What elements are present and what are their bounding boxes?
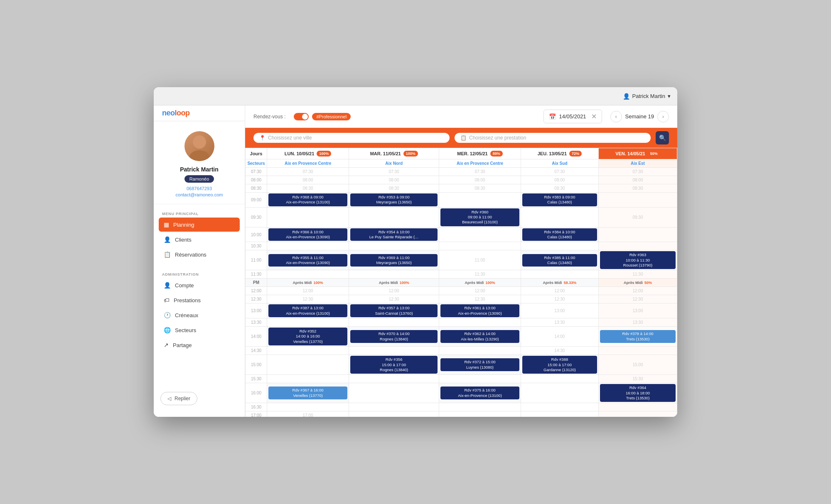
replier-button[interactable]: ◁ Replier	[160, 392, 197, 405]
appt-cell[interactable]	[439, 347, 521, 355]
sidebar-item-clients[interactable]: 👤 Clients	[159, 232, 240, 247]
appt-cell[interactable]	[267, 347, 349, 355]
appt-cell[interactable]: 08:00	[267, 176, 349, 184]
appt-cell[interactable]: Rdv #385 à 11:00 Calas (13480)	[521, 250, 598, 270]
appt-cell[interactable]	[521, 242, 598, 250]
appt-cell[interactable]: 11:00	[439, 250, 521, 270]
appointment[interactable]: Rdv #383 à 09:00 Calas (13480)	[522, 193, 597, 206]
appt-cell[interactable]: 09:30	[598, 207, 677, 227]
appt-cell[interactable]: Rdv #360 09:00 à 11:00 Beaurecueil (1310…	[439, 207, 521, 227]
appt-cell[interactable]: 13:30	[521, 318, 598, 327]
appt-cell[interactable]: 07:30	[439, 168, 521, 176]
appt-cell[interactable]: 12:30	[349, 295, 439, 303]
appt-cell[interactable]: 15:00	[598, 355, 677, 375]
appointment[interactable]: Rdv #367 à 16:00 Venelles (13770)	[268, 387, 347, 399]
appt-cell[interactable]: Rdv #378 à 14:00 Trets (13530)	[598, 327, 677, 347]
appointment[interactable]: Rdv #353 à 09:00 Meyrargues (13650)	[350, 193, 438, 206]
appt-cell[interactable]: 08:00	[521, 176, 598, 184]
appt-cell[interactable]	[267, 242, 349, 250]
appt-cell[interactable]	[349, 347, 439, 355]
appt-cell[interactable]: 08:30	[349, 184, 439, 193]
appt-cell[interactable]: Rdv #375 à 16:00 Aix-en-Provence (13100)	[439, 383, 521, 403]
appt-cell[interactable]	[521, 383, 598, 403]
appt-cell[interactable]	[349, 207, 439, 227]
appt-cell[interactable]	[521, 403, 598, 411]
appointment[interactable]: Rdv #369 à 11:00 Meyrargues (13650)	[350, 254, 438, 267]
appt-cell[interactable]: 13:00	[598, 303, 677, 318]
appt-cell[interactable]	[439, 193, 521, 208]
appointment[interactable]: Rdv #352 14:00 à 16:00 Venelles (13770)	[268, 328, 347, 345]
appt-cell[interactable]: 17:00	[267, 411, 349, 417]
appt-cell[interactable]: 11:30	[439, 270, 521, 279]
appt-cell[interactable]: 13:00	[521, 303, 598, 318]
rdv-toggle[interactable]	[294, 113, 309, 120]
appt-cell[interactable]	[349, 375, 439, 383]
appt-cell[interactable]: 07:30	[521, 168, 598, 176]
appt-cell[interactable]: Rdv #366 à 10:00 Aix-en-Provence (13090)	[267, 227, 349, 242]
service-filter[interactable]: 📋 Choisissez une prestation	[455, 133, 651, 143]
appt-cell[interactable]	[349, 383, 439, 403]
appointment[interactable]: Rdv #362 à 14:00 Aix-les-Milles (13290)	[440, 330, 519, 343]
appt-cell[interactable]	[349, 242, 439, 250]
appt-cell[interactable]	[267, 403, 349, 411]
appt-cell[interactable]: 08:30	[267, 184, 349, 193]
clear-date-button[interactable]: ✕	[591, 113, 597, 120]
sidebar-item-partage[interactable]: ↗ Partage	[159, 338, 240, 352]
appt-cell[interactable]: 12:30	[521, 295, 598, 303]
appt-cell[interactable]: 12:00	[521, 287, 598, 295]
sidebar-item-secteurs[interactable]: 🌐 Secteurs	[159, 323, 240, 337]
sidebar-item-prestations[interactable]: 🏷 Prestations	[159, 293, 240, 307]
appt-cell[interactable]: Rdv #364 16:00 à 18:00 Trets (13530)	[598, 383, 677, 403]
appt-cell[interactable]: Rdv #372 à 15:00 Luynes (13080)	[439, 355, 521, 375]
appointment[interactable]: Rdv #378 à 14:00 Trets (13530)	[600, 330, 676, 343]
appt-cell[interactable]: 12:00	[598, 287, 677, 295]
appointment[interactable]: Rdv #363 10:00 à 11:30 Rousset (13790)	[600, 251, 676, 269]
appointment[interactable]: Rdv #355 à 11:00 Aix-en-Provence (13090)	[268, 254, 347, 267]
appointment[interactable]: Rdv #368 à 09:00 Aix-en-Provence (13100)	[268, 193, 347, 206]
calendar-area[interactable]: Jours LUN. 10/05/21 100% MAR. 11/05/21	[245, 148, 677, 417]
appt-cell[interactable]	[439, 411, 521, 417]
appt-cell[interactable]	[598, 242, 677, 250]
appt-cell[interactable]: Rdv #361 à 13:00 Aix-en-Provence (13090)	[439, 303, 521, 318]
appt-cell[interactable]: Rdv #354 à 10:00 Le Puy Sainte Réparade …	[349, 227, 439, 242]
appt-cell[interactable]: 15:30	[598, 375, 677, 383]
appt-cell[interactable]	[349, 411, 439, 417]
appt-cell[interactable]	[267, 375, 349, 383]
appt-cell[interactable]: Rdv #370 à 14:00 Rognes (13840)	[349, 327, 439, 347]
date-picker[interactable]: 📅 14/05/2021 ✕	[543, 110, 602, 123]
appt-cell[interactable]: Rdv #352 14:00 à 16:00 Venelles (13770)	[267, 327, 349, 347]
appt-cell[interactable]: 12:30	[598, 295, 677, 303]
appt-cell[interactable]: 08:30	[521, 184, 598, 193]
appointment[interactable]: Rdv #354 à 10:00 Le Puy Sainte Réparade …	[350, 228, 438, 241]
prev-week-button[interactable]: ‹	[610, 111, 622, 122]
appt-cell[interactable]: 08:00	[439, 176, 521, 184]
next-week-button[interactable]: ›	[657, 111, 669, 122]
appt-cell[interactable]: 08:00	[598, 176, 677, 184]
appt-cell[interactable]: 12:30	[267, 295, 349, 303]
appt-cell[interactable]: Rdv #383 à 09:00 Calas (13480)	[521, 193, 598, 208]
city-filter[interactable]: 📍 Choisissez une ville	[253, 133, 450, 143]
appt-cell[interactable]	[598, 403, 677, 411]
appt-cell[interactable]	[598, 193, 677, 208]
appt-cell[interactable]	[267, 207, 349, 227]
appt-cell[interactable]: Rdv #363 10:00 à 11:30 Rousset (13790)	[598, 250, 677, 270]
appt-cell[interactable]: Rdv #356 15:00 à 17:00 Rognes (13840)	[349, 355, 439, 375]
appointment[interactable]: Rdv #360 09:00 à 11:00 Beaurecueil (1310…	[440, 208, 519, 226]
appointment[interactable]: Rdv #375 à 16:00 Aix-en-Provence (13100)	[440, 387, 519, 399]
appt-cell[interactable]: 08:30	[598, 184, 677, 193]
appt-cell[interactable]	[439, 403, 521, 411]
appt-cell[interactable]: Rdv #369 à 11:00 Meyrargues (13650)	[349, 250, 439, 270]
appt-cell[interactable]	[521, 375, 598, 383]
appt-cell[interactable]: 12:30	[439, 295, 521, 303]
appt-cell[interactable]: 11:30	[598, 270, 677, 279]
appt-cell[interactable]	[267, 355, 349, 375]
appt-cell[interactable]: Rdv #388 15:00 à 17:00 Gardanne (13120)	[521, 355, 598, 375]
search-button[interactable]: 🔍	[656, 131, 669, 144]
appt-cell[interactable]: 07:30	[349, 168, 439, 176]
appt-cell[interactable]	[349, 403, 439, 411]
appt-cell[interactable]: 08:00	[349, 176, 439, 184]
appt-cell[interactable]	[521, 411, 598, 417]
appt-cell[interactable]: Rdv #384 à 10:00 Calas (13480)	[521, 227, 598, 242]
appt-cell[interactable]: 13:30	[598, 318, 677, 327]
appt-cell[interactable]: Rdv #387 à 13:00 Aix-en-Provence (13100)	[267, 303, 349, 318]
